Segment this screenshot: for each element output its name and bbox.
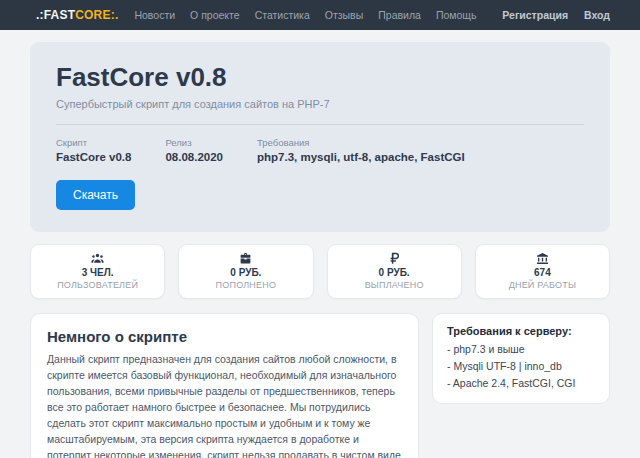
- hero-divider: [56, 124, 584, 125]
- server-requirements-title: Требования к серверу:: [447, 325, 595, 337]
- menu-item-reviews[interactable]: Отзывы: [325, 9, 363, 21]
- stat-card-deposited: 0 РУБ. ПОПОЛНЕНО: [178, 244, 313, 299]
- main-menu: Новости О проекте Статистика Отзывы Прав…: [134, 9, 476, 21]
- requirement-item-mysqli: - Mysqli UTF-8 | inno_db: [447, 358, 595, 375]
- stat-deposited-label: ПОПОЛНЕНО: [183, 280, 308, 290]
- stat-paid-value: 0 РУБ.: [332, 267, 457, 278]
- meta-requirements-label: Требования: [257, 137, 465, 148]
- menu-item-help[interactable]: Помощь: [436, 9, 477, 21]
- requirement-item-apache: - Apache 2.4, FastCGI, CGI: [447, 375, 595, 392]
- meta-release-label: Релиз: [165, 137, 223, 148]
- meta-requirements: Требования php7.3, mysqli, utf-8, apache…: [257, 137, 465, 163]
- stat-paid-label: ВЫПЛАЧЕНО: [332, 280, 457, 290]
- hero-panel: FastCore v0.8 Супербыстрый скрипт для со…: [30, 42, 610, 232]
- stat-days-label: ДНЕЙ РАБОТЫ: [480, 280, 605, 290]
- auth-links: Регистрация Вход: [502, 9, 610, 21]
- about-card: Немного о скрипте Данный скрипт предназн…: [30, 313, 419, 458]
- stat-deposited-value: 0 РУБ.: [183, 267, 308, 278]
- ruble-icon: [332, 252, 457, 265]
- briefcase-icon: [183, 252, 308, 265]
- menu-item-about[interactable]: О проекте: [190, 9, 240, 21]
- menu-item-news[interactable]: Новости: [134, 9, 175, 21]
- logo-core: CORE: [75, 8, 110, 22]
- menu-item-rules[interactable]: Правила: [378, 9, 421, 21]
- stat-users-value: 3 ЧЕЛ.: [35, 267, 160, 278]
- logo-suffix: :.: [111, 8, 119, 22]
- site-logo[interactable]: .:FASTCORE:.: [36, 8, 118, 22]
- users-icon: [35, 252, 160, 265]
- meta-script: Скрипт FastCore v0.8: [56, 137, 131, 163]
- stat-card-paid: 0 РУБ. ВЫПЛАЧЕНО: [327, 244, 462, 299]
- bank-icon: [480, 252, 605, 265]
- stat-days-value: 674: [480, 267, 605, 278]
- top-navbar: .:FASTCORE:. Новости О проекте Статистик…: [0, 0, 640, 30]
- stats-row: 3 ЧЕЛ. ПОЛЬЗОВАТЕЛЕЙ 0 РУБ. ПОПОЛНЕНО 0 …: [30, 244, 610, 299]
- page-title: FastCore v0.8: [56, 62, 584, 93]
- requirement-item-php: - php7.3 и выше: [447, 341, 595, 358]
- meta-script-value: FastCore v0.8: [56, 151, 131, 163]
- meta-release: Релиз 08.08.2020: [165, 137, 223, 163]
- logo-fast: FAST: [44, 8, 75, 22]
- meta-requirements-value: php7.3, mysqli, utf-8, apache, FastCGI: [257, 151, 465, 163]
- about-text: Данный скрипт предназначен для создания …: [47, 352, 402, 458]
- server-requirements-card: Требования к серверу: - php7.3 и выше - …: [432, 313, 610, 404]
- login-link[interactable]: Вход: [584, 9, 610, 21]
- menu-item-statistics[interactable]: Статистика: [255, 9, 310, 21]
- logo-prefix: .:: [36, 8, 44, 22]
- download-button[interactable]: Скачать: [56, 180, 135, 210]
- about-title: Немного о скрипте: [47, 328, 402, 345]
- hero-meta-row: Скрипт FastCore v0.8 Релиз 08.08.2020 Тр…: [56, 137, 584, 163]
- meta-script-label: Скрипт: [56, 137, 131, 148]
- page-subtitle: Супербыстрый скрипт для создания сайтов …: [56, 98, 584, 110]
- register-link[interactable]: Регистрация: [502, 9, 568, 21]
- main-content: Немного о скрипте Данный скрипт предназн…: [30, 313, 610, 458]
- stat-card-days: 674 ДНЕЙ РАБОТЫ: [475, 244, 610, 299]
- meta-release-value: 08.08.2020: [165, 151, 223, 163]
- stat-users-label: ПОЛЬЗОВАТЕЛЕЙ: [35, 280, 160, 290]
- page-container: FastCore v0.8 Супербыстрый скрипт для со…: [30, 42, 610, 458]
- stat-card-users: 3 ЧЕЛ. ПОЛЬЗОВАТЕЛЕЙ: [30, 244, 165, 299]
